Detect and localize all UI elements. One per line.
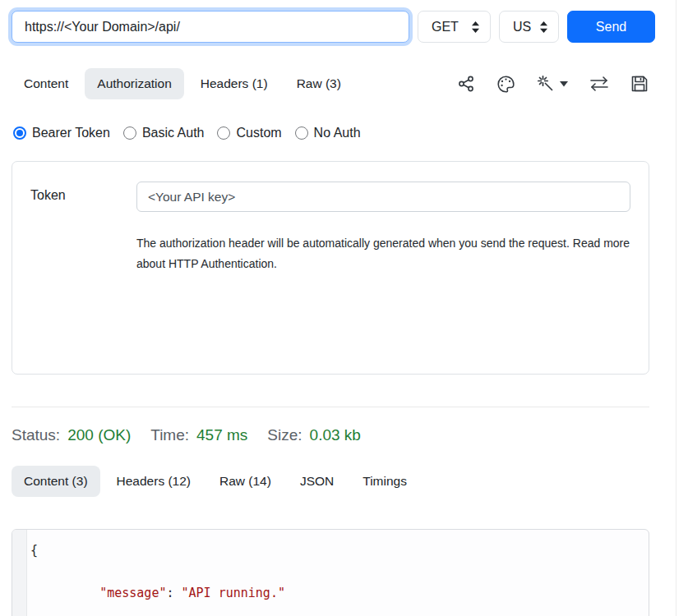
request-tabs-row: Content Authorization Headers (1) Raw (3… [0,68,688,99]
tab-raw[interactable]: Raw (3) [284,68,353,99]
response-status-row: Status: 200 (OK) Time: 457 ms Size: 0.03… [12,426,688,444]
palette-icon[interactable] [496,75,515,94]
toolbar-icons [457,75,688,94]
radio-label: Basic Auth [142,126,205,140]
share-icon[interactable] [457,75,475,93]
bearer-token-panel: Token The authorization header will be a… [12,161,649,375]
region-select-value: US [513,20,531,34]
token-help-text: The authorization header will be automat… [136,233,630,274]
size-label: Size: [267,426,302,444]
auth-type-options: Bearer Token Basic Auth Custom No Auth [13,126,688,140]
tab-headers[interactable]: Headers (1) [188,68,280,99]
resp-tab-timings[interactable]: Timings [350,466,419,497]
radio-no-auth[interactable]: No Auth [295,126,361,140]
send-button[interactable]: Send [567,11,655,43]
time-label: Time: [150,426,189,444]
radio-custom[interactable]: Custom [217,126,281,140]
status-value: 200 (OK) [67,426,131,444]
json-key: "message" [99,586,166,600]
page-right-divider [676,0,676,616]
token-label: Token [30,182,136,212]
token-input[interactable] [136,182,630,212]
magic-wand-icon[interactable] [537,75,568,94]
radio-basic-auth[interactable]: Basic Auth [123,126,205,140]
radio-dot [217,126,230,140]
resp-tab-raw[interactable]: Raw (14) [207,466,284,497]
size-value: 0.03 kb [310,426,361,444]
save-icon[interactable] [630,75,649,93]
method-select-value: GET [432,20,459,34]
region-select[interactable]: US [499,11,559,43]
radio-label: Custom [236,126,281,140]
code-gutter [12,530,27,616]
radio-dot [123,126,136,140]
section-divider [12,407,649,407]
method-select[interactable]: GET [418,11,491,43]
status-label: Status: [12,426,60,444]
request-toolbar: GET US Send [12,11,688,43]
radio-dot [13,126,26,140]
select-updown-icon [471,21,480,34]
response-tabs-row: Content (3) Headers (12) Raw (14) JSON T… [12,466,688,497]
resp-tab-content[interactable]: Content (3) [12,466,100,497]
response-body-viewer[interactable]: { "message": "API running." } [12,529,649,616]
url-input[interactable] [12,11,409,43]
tab-content[interactable]: Content [12,68,81,99]
swap-arrows-icon[interactable] [589,76,609,92]
resp-tab-json[interactable]: JSON [288,466,346,497]
caret-down-icon [560,81,568,87]
radio-label: Bearer Token [32,126,110,140]
tab-authorization[interactable]: Authorization [85,68,183,99]
radio-dot [295,126,308,140]
json-value: "API running." [182,586,285,600]
size-pair: Size: 0.03 kb [267,426,361,444]
radio-bearer-token[interactable]: Bearer Token [13,126,110,140]
radio-label: No Auth [314,126,361,140]
response-json: { "message": "API running." } [27,530,649,616]
time-pair: Time: 457 ms [150,426,247,444]
resp-tab-headers[interactable]: Headers (12) [104,466,203,497]
time-value: 457 ms [196,426,247,444]
select-updown-icon [539,21,548,34]
status-pair: Status: 200 (OK) [12,426,131,444]
json-open-brace: { [30,543,38,558]
json-colon: : [166,586,181,600]
